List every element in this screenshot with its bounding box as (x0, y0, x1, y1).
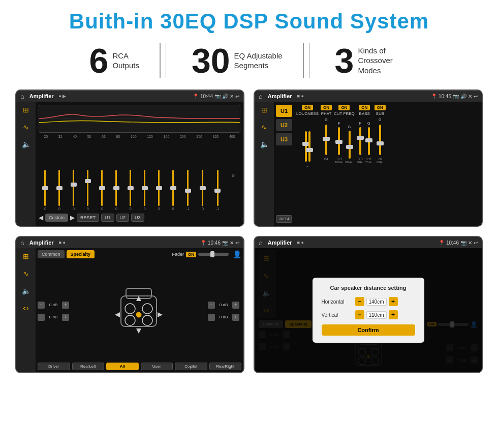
module-phat: ON PHAT G 64 (321, 105, 332, 223)
phat-on[interactable]: ON (321, 105, 332, 110)
user-btn[interactable]: User (141, 363, 173, 370)
vol-icon-2: 🔊 (460, 94, 466, 99)
slider-6[interactable]: 0 (130, 170, 132, 211)
next-icon[interactable]: ▶ (70, 214, 75, 221)
crossover-main: ON LOUDNESS ~ ON PHAT G (294, 102, 482, 226)
back-icon-4[interactable]: ↩ (474, 240, 478, 246)
wave-icon-3[interactable]: ∿ (23, 270, 29, 278)
freq-200: 200 (180, 135, 186, 138)
rearright-btn[interactable]: RearRight (209, 363, 242, 370)
reset-btn-1[interactable]: RESET (77, 214, 99, 222)
status-bar-3: ⌂ Amplifier ■ ● 📍 10:46 📷 ✕ ↩ (16, 237, 243, 248)
wave-icon-1[interactable]: ∿ (23, 123, 29, 131)
freq-320: 320 (213, 135, 219, 138)
slider-9[interactable]: 0 (172, 170, 174, 211)
wave-icon-2[interactable]: ∿ (261, 123, 267, 131)
eq-graph (39, 105, 240, 133)
u1-selector[interactable]: U1 (276, 105, 292, 117)
speaker-icon-3[interactable]: 🔈 (22, 287, 30, 295)
horizontal-row: Horizontal − 140cm + (322, 297, 415, 306)
eq-icon-1[interactable]: ⊞ (23, 106, 29, 114)
eq-area: 25 32 40 50 63 80 100 125 160 200 250 32… (36, 102, 243, 226)
screen2-dots: ■ ● (297, 94, 304, 99)
loudness-on[interactable]: ON (302, 105, 313, 110)
module-bass: ON BASS F 3.0 90Hz G (357, 105, 372, 223)
slider-5[interactable]: 0 (115, 170, 117, 211)
home-icon-2[interactable]: ⌂ (259, 93, 263, 100)
vertical-plus[interactable]: + (389, 310, 398, 319)
eq-freq-labels: 25 32 40 50 63 80 100 125 160 200 250 32… (39, 135, 240, 138)
slider-11[interactable]: 0 (202, 170, 204, 211)
home-icon-4[interactable]: ⌂ (259, 239, 263, 247)
rearleft-btn[interactable]: RearLeft (72, 363, 105, 370)
slider-2[interactable]: 0 (73, 170, 75, 211)
home-icon-3[interactable]: ⌂ (20, 239, 24, 247)
eq-sliders-row: 0 0 0 5 (39, 140, 240, 213)
svg-point-7 (136, 312, 141, 317)
copilot-btn[interactable]: Copilot (175, 363, 207, 370)
custom-btn[interactable]: Custom (45, 214, 68, 222)
person-icon: 👤 (233, 250, 241, 258)
left-icons-3: ⊞ ∿ 🔈 ⇔ (16, 248, 36, 372)
expand-icon-3[interactable]: ⇔ (23, 304, 29, 312)
back-icon-1[interactable]: ↩ (235, 94, 239, 99)
u1-btn-1[interactable]: U1 (101, 214, 114, 222)
slider-3[interactable]: 5 (87, 170, 89, 211)
cam-icon-2: 📷 (453, 94, 459, 99)
cutfreq-on[interactable]: ON (338, 105, 350, 110)
horizontal-stepper: − 140cm + (355, 297, 398, 306)
slider-12[interactable]: -1 (216, 170, 219, 211)
left-minus-0[interactable]: − (38, 302, 45, 309)
u3-btn-1[interactable]: U3 (131, 214, 144, 222)
u2-btn-1[interactable]: U2 (116, 214, 130, 222)
slider-8[interactable]: 0 (158, 170, 160, 211)
svg-point-4 (142, 304, 152, 314)
left-plus-0[interactable]: + (62, 302, 69, 309)
fader-on-btn[interactable]: ON (186, 252, 196, 257)
fader-slider[interactable] (198, 253, 229, 256)
back-icon-3[interactable]: ↩ (235, 240, 239, 246)
more-icon[interactable]: » (231, 172, 235, 179)
right-plus-0[interactable]: + (232, 302, 239, 309)
horizontal-minus[interactable]: − (355, 297, 364, 306)
slider-10[interactable]: -1 (186, 170, 190, 211)
slider-0[interactable]: 0 (44, 170, 46, 211)
right-minus-0[interactable]: − (208, 302, 215, 309)
slider-1[interactable]: 0 (58, 170, 60, 211)
screen1-title: Amplifier (29, 93, 54, 99)
stat-eq: 30 EQ AdjustableSegments (171, 43, 304, 78)
freq-80: 80 (116, 135, 120, 138)
left-plus-1[interactable]: + (62, 314, 69, 321)
speaker-icon-2[interactable]: 🔈 (260, 140, 269, 148)
back-icon-2[interactable]: ↩ (474, 94, 478, 99)
sub-on[interactable]: ON (375, 105, 386, 110)
stat-crossover: 3 Kinds ofCrossover Modes (315, 43, 429, 78)
slider-7[interactable]: 0 (144, 170, 146, 211)
speaker-icon-1[interactable]: 🔈 (22, 140, 30, 148)
prev-icon[interactable]: ◀ (39, 214, 43, 221)
right-db-1: − 0 dB + (208, 314, 239, 321)
slider-4[interactable]: 0 (101, 170, 103, 211)
u2-selector[interactable]: U2 (276, 119, 292, 131)
right-minus-1[interactable]: − (208, 314, 215, 321)
vertical-stepper: − 110cm + (355, 310, 398, 319)
speaker-layout-area: − 0 dB + − 0 dB + (38, 261, 241, 361)
eq-icon-2[interactable]: ⊞ (261, 106, 267, 114)
time-4: 10:46 (446, 240, 459, 246)
tab-specialty[interactable]: Specialty (67, 250, 95, 258)
divider-2 (309, 43, 309, 78)
confirm-button[interactable]: Confirm (322, 324, 415, 336)
status-icons-4: 📍 10:46 📷 ✕ ↩ (439, 240, 478, 246)
horizontal-plus[interactable]: + (389, 297, 398, 306)
reset-btn-2[interactable]: RESET (276, 215, 292, 223)
u3-selector[interactable]: U3 (276, 133, 292, 145)
left-minus-1[interactable]: − (38, 314, 45, 321)
right-plus-1[interactable]: + (232, 314, 239, 321)
driver-btn[interactable]: Driver (38, 363, 70, 370)
vertical-minus[interactable]: − (355, 310, 364, 319)
home-icon-1[interactable]: ⌂ (20, 93, 24, 100)
bass-on[interactable]: ON (359, 105, 370, 110)
all-btn[interactable]: All (106, 363, 139, 370)
eq-icon-3[interactable]: ⊞ (23, 252, 29, 260)
tab-common[interactable]: Common (38, 250, 65, 258)
